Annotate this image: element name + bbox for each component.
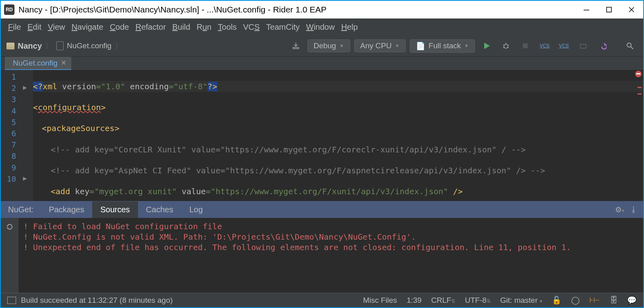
navigation-bar: Nancy 〉 NuGet.config 〉 Debug▼ Any CPU▼ 📄… (1, 35, 643, 57)
menu-view[interactable]: View (45, 21, 68, 33)
breadcrumb-file[interactable]: NuGet.config (67, 41, 111, 50)
caret-position[interactable]: 1:39 (407, 296, 421, 305)
run-profile-dropdown[interactable]: 📄Full stack▼ (410, 39, 475, 53)
editor-tabs: NuGet.config ✕ (1, 57, 643, 70)
menu-code[interactable]: Code (107, 21, 132, 33)
nuget-tab-caches[interactable]: Caches (138, 201, 182, 218)
tab-label: NuGet.config (13, 59, 58, 68)
line-separator[interactable]: CRLF⇅ (431, 296, 455, 305)
svg-marker-4 (484, 43, 490, 49)
refresh-button[interactable] (1, 218, 19, 293)
code-editor[interactable]: 12345678910 ▶ ▶ <?xml version="1.0" enco… (1, 70, 643, 201)
encoding[interactable]: UTF-8⇅ (465, 296, 491, 305)
menu-teamcity[interactable]: TeamCity (264, 21, 302, 33)
menu-refactor[interactable]: Refactor (133, 21, 168, 33)
error-stripe[interactable] (635, 70, 642, 201)
close-tab-icon[interactable]: ✕ (61, 59, 66, 67)
menu-edit[interactable]: Edit (25, 21, 43, 33)
close-button[interactable] (623, 4, 640, 16)
menu-help[interactable]: Help (339, 21, 360, 33)
fold-marker-icon[interactable]: ▶ (23, 84, 27, 90)
notifications-icon[interactable]: 💬 (627, 296, 637, 305)
breadcrumb: Nancy 〉 NuGet.config 〉 (6, 41, 123, 51)
window-title: Nancy - [D:\Projects\Git\Demo\Nancy\Nanc… (19, 5, 578, 14)
log-text: ! Failed to load NuGet configuration fil… (19, 218, 643, 293)
tab-nuget-config[interactable]: NuGet.config ✕ (5, 57, 71, 70)
svg-point-14 (627, 43, 631, 47)
line-gutter: 12345678910 (1, 70, 19, 201)
svg-rect-11 (523, 43, 528, 48)
menu-build[interactable]: Build (170, 21, 192, 33)
titlebar: RD Nancy - [D:\Projects\Git\Demo\Nancy\N… (1, 1, 643, 18)
error-indicator-icon[interactable] (635, 71, 642, 77)
file-icon (56, 41, 64, 50)
menu-file[interactable]: File (6, 21, 23, 33)
progress-icon: ◯ (571, 296, 580, 305)
status-bar: Build succeeded at 11:32:27 (8 minutes a… (1, 293, 643, 307)
stop-button (518, 42, 533, 50)
download-icon[interactable]: ⭳ (630, 205, 638, 214)
gear-icon[interactable]: ⚙▾ (615, 205, 624, 214)
folder-icon (6, 43, 14, 49)
configuration-dropdown[interactable]: Debug▼ (308, 39, 350, 52)
platform-dropdown[interactable]: Any CPU▼ (354, 39, 406, 52)
svg-rect-1 (607, 7, 611, 12)
nuget-panel-header: NuGet: Packages Sources Caches Log ⚙▾ ⭳ (1, 201, 643, 218)
maximize-button[interactable] (601, 4, 617, 16)
svg-line-10 (508, 47, 509, 48)
nuget-log: ! Failed to load NuGet configuration fil… (1, 218, 643, 293)
vcs-commit-icon[interactable]: VCS (556, 43, 572, 49)
svg-line-9 (503, 47, 504, 48)
download-icon[interactable] (288, 42, 303, 50)
debug-button[interactable] (498, 42, 514, 50)
svg-rect-12 (580, 44, 586, 48)
build-status: Build succeeded at 11:32:27 (8 minutes a… (21, 296, 173, 305)
minimize-button[interactable] (578, 4, 595, 16)
nuget-label: NuGet: (1, 205, 41, 214)
nuget-tab-packages[interactable]: Packages (41, 201, 92, 218)
inspection-icon[interactable]: ⊦⊢ (589, 296, 600, 305)
vcs-update-icon[interactable]: VCS (537, 43, 552, 49)
history-icon[interactable] (576, 42, 591, 50)
fold-gutter[interactable]: ▶ ▶ (19, 70, 33, 201)
menubar: File Edit View Navigate Code Refactor Bu… (1, 18, 643, 35)
svg-point-5 (504, 44, 508, 48)
svg-marker-13 (604, 43, 606, 46)
nuget-tab-sources[interactable]: Sources (92, 201, 138, 218)
breadcrumb-project[interactable]: Nancy (18, 41, 42, 51)
tool-window-icon[interactable] (7, 297, 16, 304)
context-label[interactable]: Misc Files (363, 296, 397, 305)
menu-window[interactable]: Window (303, 21, 337, 33)
menu-run[interactable]: Run (194, 21, 214, 33)
svg-line-15 (631, 47, 633, 49)
code-area[interactable]: <?xml version="1.0" encoding="utf-8"?> <… (33, 70, 643, 201)
memory-icon[interactable]: 🗄 (610, 296, 617, 305)
profile-icon: 📄 (416, 41, 425, 51)
nuget-tab-log[interactable]: Log (181, 201, 211, 218)
app-logo: RD (4, 4, 14, 15)
svg-line-8 (508, 45, 509, 45)
padlock-icon[interactable]: 🔓 (552, 296, 561, 305)
fold-marker-icon[interactable]: ▶ (23, 175, 27, 181)
undo-button[interactable] (595, 42, 610, 50)
run-button[interactable] (479, 42, 494, 50)
git-branch[interactable]: Git: master ▾ (500, 296, 542, 305)
svg-line-7 (503, 45, 504, 45)
menu-navigate[interactable]: Navigate (69, 21, 106, 33)
menu-tools[interactable]: Tools (215, 21, 239, 33)
menu-vcs[interactable]: VCS (241, 21, 262, 33)
search-everywhere-icon[interactable] (622, 42, 638, 50)
